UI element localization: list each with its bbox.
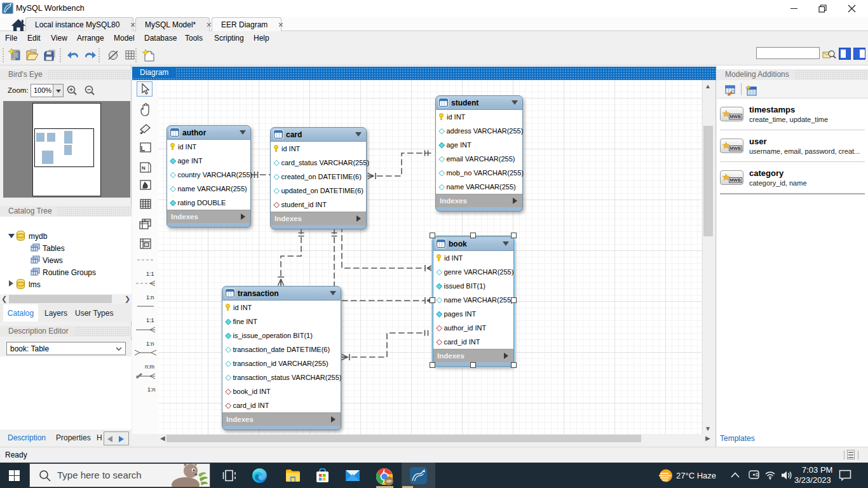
svg-text:N: N: [142, 165, 146, 171]
svg-text:1:1: 1:1: [146, 317, 154, 323]
svg-text:1:1: 1:1: [146, 271, 154, 277]
svg-text:1:n: 1:n: [147, 386, 156, 393]
svg-text:1:n: 1:n: [146, 294, 154, 301]
svg-text:n:m: n:m: [145, 363, 154, 370]
svg-text:1:n: 1:n: [146, 341, 154, 347]
